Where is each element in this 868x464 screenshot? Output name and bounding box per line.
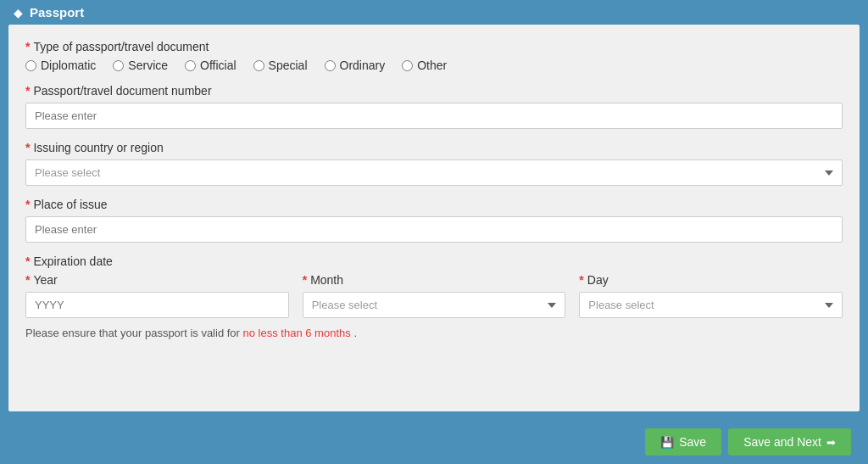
expiration-date-group: * Expiration date * Year * Month bbox=[25, 254, 843, 339]
required-star-4: * bbox=[25, 198, 30, 211]
page-wrapper: ◆ Passport * Type of passport/travel doc… bbox=[0, 0, 868, 464]
required-star-day: * bbox=[579, 273, 583, 287]
issuing-country-label: * Issuing country or region bbox=[25, 141, 843, 154]
radio-diplomatic-label: Diplomatic bbox=[41, 59, 96, 72]
form-card: * Type of passport/travel document Diplo… bbox=[8, 25, 860, 411]
radio-special[interactable]: Special bbox=[253, 59, 308, 72]
radio-official-input[interactable] bbox=[185, 60, 196, 71]
section-header: ◆ Passport bbox=[0, 0, 868, 25]
required-star-month: * bbox=[303, 273, 307, 287]
radio-diplomatic-input[interactable] bbox=[25, 60, 36, 71]
radio-diplomatic[interactable]: Diplomatic bbox=[25, 59, 96, 72]
required-star-year: * bbox=[25, 273, 30, 287]
year-col: * Year bbox=[25, 273, 289, 318]
save-button[interactable]: Save bbox=[645, 428, 721, 456]
required-star-3: * bbox=[25, 141, 30, 154]
validity-highlight: no less than 6 months bbox=[243, 327, 351, 339]
radio-service-label: Service bbox=[128, 59, 168, 72]
radio-other-label: Other bbox=[417, 59, 447, 72]
radio-other[interactable]: Other bbox=[402, 59, 447, 72]
radio-official[interactable]: Official bbox=[185, 59, 236, 72]
doc-number-input[interactable] bbox=[25, 103, 843, 129]
radio-official-label: Official bbox=[200, 59, 236, 72]
save-icon bbox=[660, 435, 674, 449]
passport-type-label: * Type of passport/travel document bbox=[25, 40, 843, 53]
action-bar: Save Save and Next bbox=[0, 420, 868, 464]
place-of-issue-group: * Place of issue bbox=[25, 198, 843, 243]
day-label: * Day bbox=[579, 273, 843, 287]
expiration-date-label: * Expiration date bbox=[25, 254, 843, 268]
day-select[interactable]: Please select 12345678910111213141516171… bbox=[579, 292, 843, 318]
month-label: * Month bbox=[303, 273, 566, 287]
save-and-next-label: Save and Next bbox=[743, 435, 821, 449]
validity-note: Please ensure that your passport is vali… bbox=[25, 327, 843, 339]
radio-special-input[interactable] bbox=[253, 60, 264, 71]
next-icon bbox=[826, 435, 836, 449]
doc-number-group: * Passport/travel document number bbox=[25, 84, 843, 129]
passport-type-group: * Type of passport/travel document Diplo… bbox=[25, 40, 843, 72]
year-label: * Year bbox=[25, 273, 289, 287]
issuing-country-group: * Issuing country or region Please selec… bbox=[25, 141, 843, 186]
radio-service[interactable]: Service bbox=[113, 59, 168, 72]
radio-special-label: Special bbox=[269, 59, 308, 72]
month-select[interactable]: Please select January February March Apr… bbox=[303, 292, 566, 318]
required-star-2: * bbox=[25, 84, 30, 98]
section-title: Passport bbox=[30, 5, 84, 20]
required-star: * bbox=[25, 40, 30, 53]
place-of-issue-label: * Place of issue bbox=[25, 198, 843, 211]
radio-ordinary-label: Ordinary bbox=[340, 59, 386, 72]
radio-service-input[interactable] bbox=[113, 60, 124, 71]
passport-type-radio-group: Diplomatic Service Official Special Ordi… bbox=[25, 59, 843, 72]
doc-number-label: * Passport/travel document number bbox=[25, 84, 843, 98]
radio-ordinary-input[interactable] bbox=[325, 60, 336, 71]
date-row: * Year * Month Please select January Feb… bbox=[25, 273, 843, 318]
place-of-issue-input[interactable] bbox=[25, 216, 843, 243]
radio-other-input[interactable] bbox=[402, 60, 413, 71]
issuing-country-select[interactable]: Please select bbox=[25, 159, 843, 186]
save-label: Save bbox=[679, 435, 706, 449]
radio-ordinary[interactable]: Ordinary bbox=[325, 59, 386, 72]
year-input[interactable] bbox=[25, 292, 289, 318]
passport-icon: ◆ bbox=[14, 6, 23, 20]
month-col: * Month Please select January February M… bbox=[303, 273, 566, 318]
day-col: * Day Please select 12345678910111213141… bbox=[579, 273, 843, 318]
save-and-next-button[interactable]: Save and Next bbox=[728, 428, 851, 456]
required-star-5: * bbox=[25, 254, 30, 268]
